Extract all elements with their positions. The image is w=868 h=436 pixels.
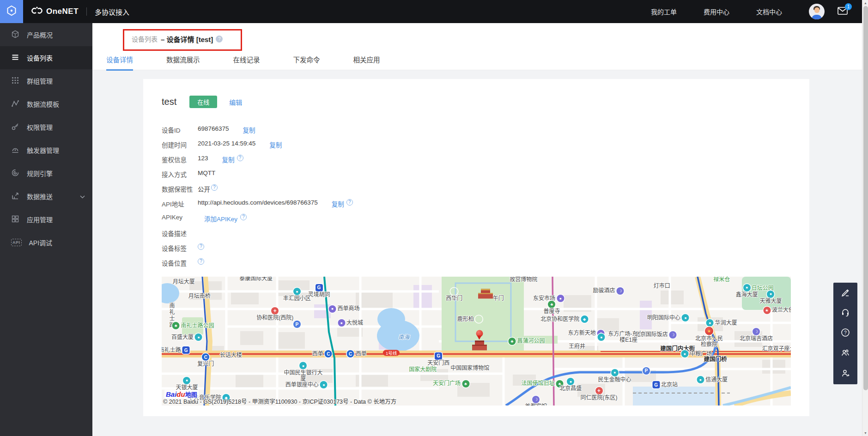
help-button[interactable]: ? xyxy=(833,323,857,344)
brand-text: OneNET xyxy=(46,7,79,16)
field-label: 数据保密性 xyxy=(162,184,198,194)
copy-button[interactable]: 复制 xyxy=(243,125,255,134)
support-button[interactable] xyxy=(833,303,857,323)
scroll-down-arrow[interactable]: ▼ xyxy=(862,430,868,436)
field-row-device-id: 设备ID 698766375 复制 xyxy=(162,125,791,140)
onenet-logo[interactable]: OneNET xyxy=(30,6,79,17)
add-user-button[interactable] xyxy=(833,364,857,384)
help-icon[interactable]: ? xyxy=(237,155,243,161)
building-icon: ■ xyxy=(611,369,619,376)
cube-icon xyxy=(11,30,19,40)
field-label: 设备标签 xyxy=(162,243,198,253)
app-title: 多协议接入 xyxy=(95,7,129,17)
help-icon[interactable]: ? xyxy=(198,243,204,250)
hotel-icon: ☽ xyxy=(532,396,540,403)
help-icon[interactable]: ? xyxy=(240,214,247,220)
building-icon: ■ xyxy=(706,319,714,327)
map-label: 励骏酒店☽ xyxy=(593,287,624,295)
tab-online-records[interactable]: 在线记录 xyxy=(233,54,260,71)
metro2-icon: C xyxy=(325,350,332,357)
museum-icon xyxy=(450,288,458,295)
tab-related-apps[interactable]: 相关应用 xyxy=(353,54,380,71)
edit-button[interactable]: 编辑 xyxy=(229,97,242,107)
community-button[interactable] xyxy=(833,344,857,364)
map-label: 西单C xyxy=(312,350,332,357)
add-apikey-link[interactable]: 添加APIKey xyxy=(204,214,237,223)
map-label: ♣菖蒲河公园 xyxy=(508,338,545,345)
copy-button[interactable]: 复制 xyxy=(269,140,282,149)
sidebar-item-app-management[interactable]: 应用管理 xyxy=(0,208,92,231)
users-icon xyxy=(841,348,850,359)
tab-device-detail[interactable]: 设备详情 xyxy=(106,54,133,71)
feedback-button[interactable] xyxy=(833,283,857,303)
map-label: 明阳国际中心■ xyxy=(647,314,689,321)
page: OneNET 多协议接入 我的工单 费用中心 文档中心 1 产品概况 设备列表 xyxy=(0,0,868,436)
key-icon xyxy=(11,122,19,132)
map-label: 长话大楼 xyxy=(220,352,242,358)
tab-datastream-display[interactable]: 数据流展示 xyxy=(166,54,200,71)
sidebar-item-group-management[interactable]: 群组管理 xyxy=(0,69,92,92)
sidebar-item-product-overview[interactable]: 产品概况 xyxy=(0,23,92,46)
device-detail-card: test 在线 编辑 设备ID 698766375 复制 创建时间 2021-0… xyxy=(143,79,809,416)
api-icon: API xyxy=(11,239,22,246)
map-label: 月坛大厦 xyxy=(173,279,195,285)
mail-button[interactable]: 1 xyxy=(838,7,848,17)
vertical-scrollbar[interactable]: ▲ ▼ xyxy=(862,0,868,436)
building-icon: ■ xyxy=(299,362,307,369)
breadcrumb-parent[interactable]: 设备列表 xyxy=(132,34,158,43)
map-label: 南礼士路G xyxy=(162,346,190,354)
map-label: ■西单商场 xyxy=(328,305,359,313)
star-icon: ★ xyxy=(763,307,771,314)
map-label: ■天雅大厦 xyxy=(759,291,782,304)
push-icon xyxy=(11,192,19,201)
sidebar: 产品概况 设备列表 群组管理 数据流模板 权限管理 触发器管理 规则引擎 数据 xyxy=(0,23,92,436)
help-icon[interactable]: ? xyxy=(346,199,353,206)
park-icon: ♣ xyxy=(508,338,516,345)
field-value: 123 xyxy=(198,155,208,162)
sidebar-item-permission-management[interactable]: 权限管理 xyxy=(0,115,92,139)
nav-link-billing[interactable]: 费用中心 xyxy=(704,7,729,16)
question-circle-icon: ? xyxy=(841,328,850,339)
sidebar-item-trigger-management[interactable]: 触发器管理 xyxy=(0,139,92,162)
scroll-up-arrow[interactable]: ▲ xyxy=(862,0,868,6)
help-icon[interactable]: ? xyxy=(211,184,218,191)
map-label: 鹿形柏 xyxy=(457,315,483,323)
sidebar-item-data-push[interactable]: 数据推送 xyxy=(0,185,92,208)
field-label: 设备位置 xyxy=(162,258,198,267)
map-poi-icon: P xyxy=(293,321,301,328)
nav-link-docs[interactable]: 文档中心 xyxy=(756,7,782,16)
copy-button[interactable]: 复制 xyxy=(222,155,235,164)
field-value: 698766375 xyxy=(198,125,229,132)
scrollbar-thumb[interactable] xyxy=(863,6,868,390)
copy-button[interactable]: 复制 xyxy=(332,199,344,208)
avatar[interactable] xyxy=(809,4,825,19)
hotel-icon: ☽ xyxy=(617,287,624,295)
sidebar-item-api-debug[interactable]: API API调试 xyxy=(0,231,92,254)
sidebar-item-rules-engine[interactable]: 规则引擎 xyxy=(0,162,92,185)
sidebar-item-label: 触发器管理 xyxy=(27,145,59,155)
nav-link-tickets[interactable]: 我的工单 xyxy=(651,7,677,16)
building-icon: ■ xyxy=(697,376,704,383)
field-label: API地址 xyxy=(162,199,198,208)
sidebar-item-datastream-template[interactable]: 数据流模板 xyxy=(0,92,92,115)
map-label: 汇京双子座大厦 xyxy=(762,346,791,352)
svg-text:?: ? xyxy=(844,330,847,335)
page-header: 设备列表 – 设备详情 [test] ? 设备详情 数据流展示 在线记录 下发命… xyxy=(92,23,868,70)
field-row-apikey: APIKey 添加APIKey ? xyxy=(162,214,791,229)
map-label: 北京协和医学院◆ xyxy=(540,315,588,323)
map-label: ■天银大厦 xyxy=(176,377,198,391)
hotel-icon: ☽ xyxy=(753,328,760,335)
sidebar-item-device-list[interactable]: 设备列表 xyxy=(0,46,92,69)
breadcrumb-help-icon[interactable]: ? xyxy=(216,36,223,42)
park-icon: ♣ xyxy=(172,322,180,329)
field-row-data-privacy: 数据保密性 公开 ? xyxy=(162,184,791,199)
gov-icon: ★ xyxy=(705,327,713,335)
tab-send-command[interactable]: 下发命令 xyxy=(293,54,320,71)
park-icon: ♣ xyxy=(462,380,469,388)
map-label: 月坛南桥 xyxy=(188,293,211,299)
baidu-map[interactable]: 月坛大厦泰康国际大厦G灵境胡同故宫博物院灯市口禄米仓日坛公园月坛南桥■丰汇园小区… xyxy=(162,277,791,406)
sidebar-item-label: 权限管理 xyxy=(27,122,53,132)
product-switcher-button[interactable] xyxy=(0,0,23,23)
help-icon[interactable]: ? xyxy=(198,258,204,265)
metro2-icon: C xyxy=(202,353,209,361)
